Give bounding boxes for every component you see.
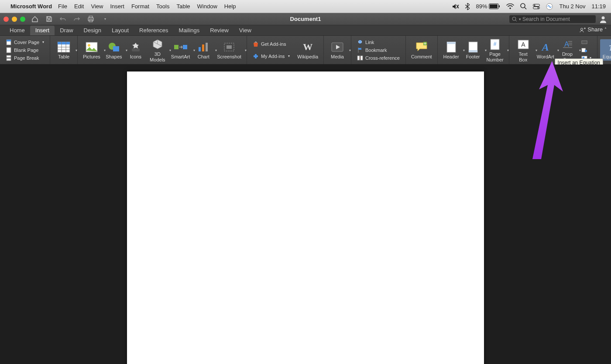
menubar-time[interactable]: 11:19 [591,3,606,10]
text-box-button[interactable]: A▾ Text Box [512,37,535,63]
print-icon[interactable] [86,15,95,24]
cross-reference-button[interactable]: Cross-reference [356,54,401,61]
pi-icon: π [605,41,611,53]
menu-file[interactable]: File [58,3,67,10]
menu-view[interactable]: View [91,3,103,10]
footer-icon [466,41,481,53]
battery-status[interactable]: 89% [476,3,500,10]
document-page[interactable] [127,71,484,364]
svg-rect-35 [113,46,119,51]
get-addins-button[interactable]: Get Add-ins [251,41,291,48]
group-pages: Cover Page▾ Blank Page Page Break [0,36,50,64]
signature-line-button[interactable] [580,39,593,46]
tab-review[interactable]: Review [205,26,234,35]
siri-icon[interactable] [546,3,553,10]
tab-draw[interactable]: Draw [55,26,78,35]
group-header-footer: ▾ Header ▾ Footer #▾ Page Number [438,36,509,64]
date-time-button[interactable] [580,47,593,54]
table-icon [56,41,71,53]
window-maximize-button[interactable] [20,17,25,22]
share-button[interactable]: Share ˄ [580,26,607,33]
menu-format[interactable]: Format [131,3,149,10]
equation-button[interactable]: π▾ Equation [600,39,611,60]
comment-button[interactable]: Comment [408,39,435,60]
icons-button[interactable]: Icons [125,39,147,60]
tab-design[interactable]: Design [79,26,106,35]
spotlight-search-icon[interactable] [520,3,527,10]
document-canvas[interactable] [0,65,611,364]
blank-page-button[interactable]: Blank Page [4,47,45,54]
user-profile-icon[interactable] [599,15,608,24]
3d-models-button[interactable]: ▾ 3D Models [147,37,168,63]
wordart-button[interactable]: A▾ WordArt [535,39,556,60]
menu-edit[interactable]: Edit [74,3,84,10]
svg-point-10 [538,7,539,8]
control-center-icon[interactable] [533,4,540,9]
app-name[interactable]: Microsoft Word [10,3,52,10]
quick-access-toolbar [31,15,109,24]
home-icon[interactable] [31,15,39,24]
cover-page-button[interactable]: Cover Page▾ [4,39,45,46]
tab-mailings[interactable]: Mailings [174,26,205,35]
svg-rect-38 [183,45,187,49]
svg-point-15 [512,17,516,20]
window-minimize-button[interactable] [12,17,17,22]
smartart-button[interactable]: ▾ SmartArt [168,39,192,60]
tab-layout[interactable]: Layout [106,26,134,35]
screenshot-icon [222,41,237,53]
bluetooth-icon[interactable] [465,3,470,10]
icons-icon [128,41,143,53]
my-addins-button[interactable]: My Add-ins▾ [251,53,291,60]
shapes-button[interactable]: ▾ Shapes [103,39,125,60]
tab-home[interactable]: Home [4,26,30,35]
text-box-icon: A [516,38,531,51]
svg-rect-37 [174,45,178,49]
link-button[interactable]: Link [356,39,401,46]
page-number-button[interactable]: #▾ Page Number [484,37,506,63]
menu-table[interactable]: Table [176,3,190,10]
qat-customize-button[interactable] [100,15,109,24]
bookmark-flag-icon [357,47,363,53]
group-illustrations: ▾ Pictures ▾ Shapes Icons ▾ 3D Models ▾ … [78,36,247,64]
pictures-icon [84,41,99,53]
volume-muted-icon[interactable] [452,3,459,10]
menubar-date[interactable]: Thu 2 Nov [559,3,585,10]
search-input[interactable]: ▾ Search in Document [509,15,596,24]
menu-help[interactable]: Help [224,3,236,10]
comment-icon [414,41,429,53]
document-title: Document1 [290,16,321,22]
pictures-button[interactable]: ▾ Pictures [80,39,103,60]
page-break-icon [6,55,12,61]
svg-rect-41 [206,43,208,51]
screenshot-button[interactable]: ▾ Screenshot [214,39,244,60]
puzzle-icon [253,53,259,59]
redo-icon[interactable] [72,15,81,24]
svg-text:#: # [494,41,497,47]
ribbon-tabs: Home Insert Draw Design Layout Reference… [0,25,611,36]
undo-icon[interactable] [58,15,67,24]
svg-point-18 [581,28,583,30]
save-icon[interactable] [45,15,53,24]
chart-button[interactable]: ▾ Chart [192,39,214,60]
header-button[interactable]: ▾ Header [440,39,462,60]
wifi-icon[interactable] [506,3,514,9]
signature-icon [581,39,587,45]
tab-view[interactable]: View [234,26,257,35]
svg-rect-39 [199,47,201,51]
page-break-button[interactable]: Page Break [4,54,45,61]
cover-page-icon [6,39,12,45]
bookmark-button[interactable]: Bookmark [356,47,401,54]
tab-insert[interactable]: Insert [30,26,55,35]
table-button[interactable]: ▾ Table [53,39,75,60]
tab-references[interactable]: References [134,26,173,35]
search-placeholder: Search in Document [522,16,570,22]
menu-window[interactable]: Window [197,3,217,10]
menu-tools[interactable]: Tools [156,3,169,10]
window-close-button[interactable] [3,17,9,22]
footer-button[interactable]: ▾ Footer [462,39,484,60]
menu-insert[interactable]: Insert [110,3,124,10]
media-button[interactable]: ▾ Media [326,39,348,60]
wikipedia-button[interactable]: W Wikipedia [295,39,321,60]
svg-rect-36 [132,48,140,51]
date-time-icon [581,47,587,53]
